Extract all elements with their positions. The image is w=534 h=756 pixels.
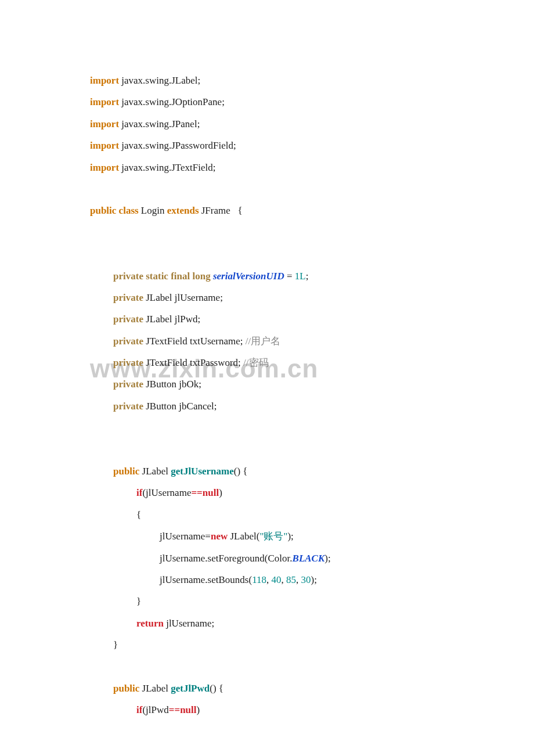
lbrace: { (219, 683, 223, 694)
comma: , (282, 574, 287, 585)
type: Color (268, 553, 290, 564)
kw-private: private (113, 379, 143, 390)
code-line: } (90, 634, 444, 656)
type: JTextField (171, 162, 213, 173)
num: 40 (272, 574, 282, 585)
kw-private: private (113, 401, 143, 412)
eqeq: == (169, 704, 180, 715)
kw-if: if (136, 704, 142, 715)
method-decl: public JLabel getJlUsername() { (90, 460, 444, 482)
kw-public: public (113, 683, 139, 694)
field-decl: private JLabel jlUsername; (90, 287, 444, 308)
method-call: setForeground (208, 553, 265, 564)
kw-if: if (136, 487, 142, 498)
code-line: return jlUsername; (90, 613, 444, 634)
semi: ; (222, 96, 225, 107)
code-line: { (90, 504, 444, 525)
const: BLACK (293, 553, 325, 564)
semi: ; (314, 574, 317, 585)
blank-line (90, 656, 444, 678)
kw-public: public (90, 205, 116, 216)
type: JTextField (146, 357, 187, 368)
field-name: jbCancel (179, 401, 214, 412)
code-line: if(jlUsername==null) (90, 482, 444, 503)
field-decl: private JTextField txtUsername; //用户名 (90, 330, 444, 352)
kw-private: private (113, 271, 143, 282)
blank-line (90, 178, 444, 200)
kw-private: private (113, 292, 143, 303)
kw-null: null (203, 487, 219, 498)
field-name: serialVersionUID (213, 271, 284, 282)
semi: ; (198, 75, 201, 86)
code-line: } (90, 591, 444, 612)
lbrace: { (238, 205, 243, 216)
kw-new: new (211, 531, 228, 542)
pkg: javax.swing (121, 75, 169, 86)
type: JButton (146, 401, 176, 412)
field-name: jlPwd (175, 314, 198, 325)
type: JPanel (171, 118, 197, 129)
code-line: jlUsername.setBounds(118, 40, 85, 30); (90, 569, 444, 591)
rbrace: } (136, 596, 141, 607)
kw-null: null (180, 704, 196, 715)
type: JFrame (201, 205, 230, 216)
field-name: txtUsername (190, 336, 240, 347)
assign: = (205, 531, 211, 542)
kw-import: import (90, 140, 119, 151)
code-line: if(jlPwd==null) (90, 699, 444, 721)
pkg: javax.swing (121, 96, 169, 107)
code-line: import javax.swing.JOptionPane; (90, 91, 444, 113)
num: 85 (286, 574, 296, 585)
kw-import: import (90, 162, 119, 173)
code-line: import javax.swing.JPasswordField; (90, 135, 444, 156)
pkg: javax.swing (121, 118, 169, 129)
code-line: jlUsername.setForeground(Color.BLACK); (90, 548, 444, 569)
rparen: ) (219, 487, 222, 498)
kw-private: private (113, 336, 143, 347)
kw-import: import (90, 75, 119, 86)
field-decl: private JTextField txtPassword; //密码 (90, 352, 444, 373)
semi: ; (197, 314, 200, 325)
field-decl: private JButton jbCancel; (90, 395, 444, 417)
field-name: txtPassword (190, 357, 238, 368)
method-decl: public JLabel getJlPwd() { (90, 678, 444, 699)
type: JLabel (142, 466, 168, 477)
kw-public: public (113, 466, 139, 477)
var: jlUsername (146, 487, 191, 498)
field-name: jlUsername (175, 292, 220, 303)
field-name: jbOk (179, 379, 199, 390)
comment: //密码 (243, 357, 268, 368)
kw-private: private (113, 314, 143, 325)
kw-long: long (192, 271, 210, 282)
var: jlUsername (160, 553, 205, 564)
eqeq: == (191, 487, 202, 498)
semi: ; (214, 401, 217, 412)
type: JLabel (142, 683, 168, 694)
field-decl: private static final long serialVersionU… (90, 265, 444, 287)
semi: ; (328, 553, 331, 564)
blank-line (90, 417, 444, 438)
kw-return: return (136, 618, 164, 629)
semi: ; (291, 531, 294, 542)
lbrace: { (243, 466, 247, 477)
blank-line (90, 222, 444, 243)
space (230, 205, 238, 216)
method-name: getJlPwd (171, 683, 210, 694)
var: jlUsername (160, 574, 205, 585)
num: 1L (295, 271, 306, 282)
comma: , (296, 574, 301, 585)
type: JLabel (146, 314, 172, 325)
type: JLabel (146, 292, 172, 303)
kw-extends: extends (167, 205, 199, 216)
kw-private: private (113, 357, 143, 368)
semi: ; (199, 379, 201, 390)
var: jlPwd (146, 704, 169, 715)
semi: ; (197, 118, 200, 129)
class-decl: public class Login extends JFrame { (90, 200, 444, 221)
rbrace: } (113, 639, 118, 650)
kw-import: import (90, 118, 119, 129)
code-line: jlUsername=new JLabel("账号"); (90, 525, 444, 547)
kw-static: static (146, 271, 168, 282)
kw-final: final (171, 271, 190, 282)
method-name: getJlUsername (171, 466, 234, 477)
